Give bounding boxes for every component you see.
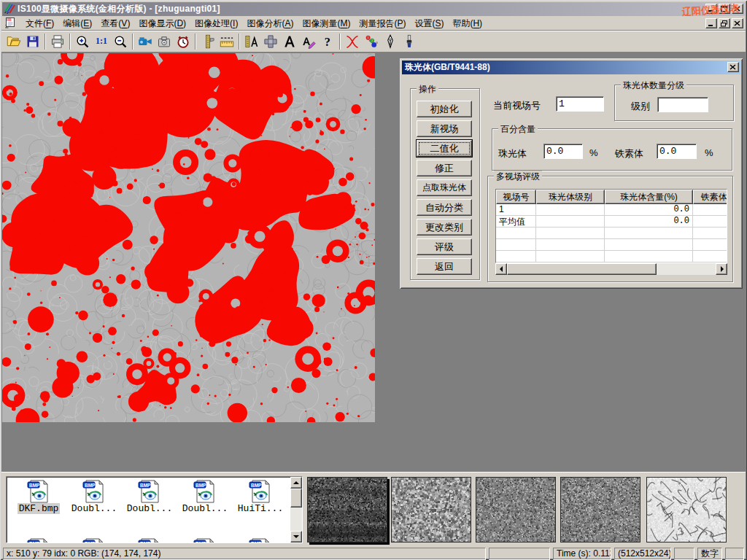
specimen-thumbnail-2[interactable] (391, 477, 471, 542)
menu-item-5[interactable]: 图像分析(A) (242, 17, 298, 31)
file-item-1[interactable]: BMPDoubl... (68, 480, 120, 514)
ferrite-percent-sign: % (705, 147, 713, 158)
svg-text:BMP: BMP (140, 541, 151, 544)
menu-item-8[interactable]: 设置(S) (410, 17, 448, 31)
file-item-row2-0[interactable]: BMP (12, 538, 65, 543)
menu-item-9[interactable]: 帮助(H) (448, 17, 487, 31)
specimen-thumbnail-4[interactable] (560, 477, 640, 542)
file-item-row2-4[interactable]: BMP (234, 538, 287, 543)
table-horizontal-scrollbar[interactable] (495, 263, 727, 275)
capture-image-icon (157, 34, 171, 49)
toolbar-ruler-measure-button[interactable] (217, 33, 236, 50)
table-header-3[interactable]: 铁素体含量(%) (693, 190, 727, 204)
file-scrollbar-track[interactable] (290, 508, 302, 531)
dialog-close-button[interactable] (727, 62, 739, 72)
toolbar-caliper-measure-button[interactable] (198, 33, 217, 50)
menu-item-3[interactable]: 图像显示(D) (134, 17, 190, 31)
scroll-left-button[interactable] (495, 263, 507, 275)
table-row-0[interactable]: 10.0 (496, 204, 727, 216)
file-item-row2-1[interactable]: BMP (68, 538, 120, 543)
toolbar-video-camera-button[interactable] (136, 33, 155, 50)
file-item-2[interactable]: BMPDoubl... (123, 480, 176, 514)
table-header-1[interactable]: 珠光体级别 (536, 190, 605, 204)
scroll-up-button[interactable] (290, 477, 302, 489)
dialog-title-bar[interactable]: 珠光体(GB/T9441-88) (402, 61, 740, 74)
table-cell (496, 228, 536, 239)
op-button-7[interactable]: 评级 (417, 238, 472, 255)
toolbar-save-file-button[interactable] (23, 33, 42, 50)
menu-item-7[interactable]: 测量报告(P) (355, 17, 410, 31)
menu-item-0[interactable]: 文件(F) (21, 17, 58, 31)
specimen-thumbnail-5[interactable] (646, 477, 727, 542)
op-button-3[interactable]: 修正 (417, 160, 472, 176)
svg-text:BMP: BMP (196, 483, 206, 488)
toolbar-help-button[interactable]: ? (318, 33, 337, 50)
op-button-2[interactable]: 二值化 (417, 140, 472, 157)
toolbar-edit-annotation-button[interactable] (299, 33, 318, 50)
window-title: IS100显微摄像系统(金相分析版) - [zhuguangti01] (18, 3, 220, 15)
svg-text:3: 3 (376, 40, 378, 44)
toolbar-actual-size-button[interactable]: 1:1 (92, 33, 111, 50)
class-markers-icon: 123 (364, 34, 379, 49)
child-minimize-button[interactable] (705, 18, 717, 28)
table-header-2[interactable]: 珠光体含量(%) (605, 190, 693, 204)
toolbar-scale-measure-button[interactable] (242, 33, 261, 50)
toolbar-pick-tool-button[interactable] (381, 33, 400, 50)
toolbar-capture-image-button[interactable] (155, 33, 174, 50)
file-item-0[interactable]: BMPDKF.bmp (12, 480, 65, 514)
multi-field-table[interactable]: 视场号珠光体级别珠光体含量(%)铁素体含量(%)10.0平均值0.0 (495, 189, 727, 263)
toolbar-brush-tool-button[interactable] (400, 33, 419, 50)
child-close-button[interactable] (732, 18, 743, 28)
toolbar-open-file-button[interactable] (4, 33, 23, 50)
scrollbar-track[interactable] (657, 263, 716, 275)
toolbar-print-button[interactable] (48, 33, 67, 50)
menu-item-4[interactable]: 图像处理(I) (190, 17, 242, 31)
scrollbar-thumb[interactable] (507, 263, 657, 275)
op-button-8[interactable]: 返回 (417, 258, 472, 275)
toolbar-class-markers-button[interactable]: 123 (362, 33, 381, 50)
toolbar-timer-button[interactable] (174, 33, 193, 50)
toolbar-curve-tool-button[interactable] (343, 33, 362, 50)
specimen-thumbnail-1[interactable] (307, 477, 387, 542)
op-button-6[interactable]: 更改类别 (417, 219, 472, 236)
op-button-0[interactable]: 初始化 (417, 101, 472, 117)
table-row-3[interactable] (496, 239, 727, 251)
menu-item-6[interactable]: 图像测量(M) (298, 17, 355, 31)
file-list-scrollbar[interactable] (290, 477, 302, 542)
file-scrollbar-thumb[interactable] (290, 489, 302, 508)
micrograph-image[interactable] (2, 53, 375, 422)
op-button-5[interactable]: 自动分类 (417, 199, 472, 216)
table-row-1[interactable]: 平均值0.0 (496, 216, 727, 228)
image-dimensions-panel: (512x512x24) (614, 548, 671, 560)
toolbar-text-annotation-button[interactable] (280, 33, 299, 50)
current-field-input[interactable] (556, 96, 604, 112)
document-icon[interactable]: DOC (4, 17, 17, 31)
op-button-4[interactable]: 点取珠光体 (417, 179, 472, 196)
title-bar: IS100显微摄像系统(金相分析版) - [zhuguangti01] 辽阳仪器… (2, 2, 745, 16)
scroll-right-button[interactable] (716, 263, 727, 275)
table-row-2[interactable] (496, 228, 727, 239)
empty-panel-1 (489, 548, 550, 560)
file-label: Doubl... (181, 503, 229, 514)
zoom-out-icon (113, 34, 128, 49)
child-restore-button[interactable] (719, 18, 730, 28)
toolbar-zoom-in-button[interactable] (73, 33, 92, 50)
file-item-row2-3[interactable]: BMP (179, 538, 231, 543)
specimen-thumbnail-3[interactable] (476, 477, 556, 542)
pearlite-value-input[interactable] (543, 144, 583, 159)
file-item-row2-2[interactable]: BMP (123, 538, 176, 543)
file-item-3[interactable]: BMPDoubl... (179, 480, 231, 514)
toolbar-grid-measure-button[interactable] (261, 33, 280, 50)
table-header-0[interactable]: 视场号 (496, 190, 536, 204)
level-input[interactable] (657, 97, 708, 112)
file-item-4[interactable]: BMPHuiTi... (234, 480, 287, 514)
toolbar-zoom-out-button[interactable] (111, 33, 130, 50)
file-browser[interactable]: BMPDKF.bmpBMPDoubl...BMPDoubl...BMPDoubl… (6, 476, 303, 543)
table-cell (693, 239, 727, 251)
ferrite-value-input[interactable] (657, 144, 697, 159)
menu-item-1[interactable]: 编辑(E) (58, 17, 96, 31)
table-row-4[interactable] (496, 251, 727, 262)
menu-item-2[interactable]: 查看(V) (96, 17, 134, 31)
scroll-down-button[interactable] (290, 531, 302, 542)
op-button-1[interactable]: 新视场 (417, 120, 472, 137)
